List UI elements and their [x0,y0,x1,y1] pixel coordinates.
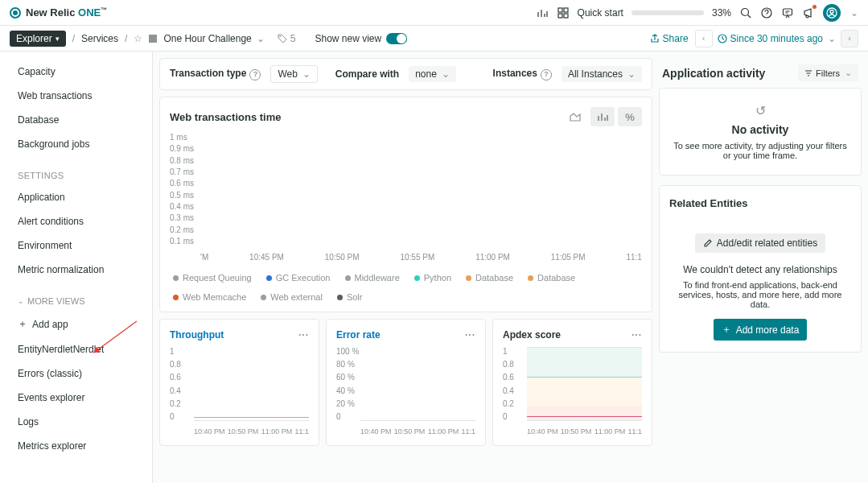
legend-item[interactable]: Solr [337,292,363,302]
chart-view-icon[interactable] [536,6,549,19]
web-transactions-time-panel: Web transactions time % 1 ms0.9 ms0.8 ms… [159,97,652,312]
panel-menu-button[interactable]: ··· [465,329,475,341]
panel-menu-button[interactable]: ··· [298,329,309,341]
main-chart[interactable]: 1 ms0.9 ms0.8 ms0.7 ms0.6 ms0.5 ms0.4 ms… [170,133,642,262]
time-nav: ‹ Since 30 minutes ago⌄ › [695,30,858,47]
apps-grid-icon[interactable] [557,6,570,19]
filters-button[interactable]: Filters⌄ [798,64,858,81]
legend-item[interactable]: Middleware [345,273,400,283]
bar-view-button[interactable] [590,107,615,126]
svg-point-5 [762,8,771,18]
toggle-switch[interactable] [386,33,407,44]
panel-menu-button[interactable]: ··· [631,329,642,341]
show-new-view-toggle[interactable]: Show new view [315,33,407,44]
sidebar-more-item-4[interactable]: Metrics explorer [0,434,152,458]
no-activity-text: To see more activity, try adjusting your… [669,141,851,160]
sidebar-item-1[interactable]: Web transactions [0,84,152,108]
compare-with-select[interactable]: none⌄ [409,66,456,82]
tag-count[interactable]: 5 [278,33,296,44]
breadcrumb-entity[interactable]: One Hour Challenge⌄ [163,33,264,44]
user-avatar[interactable] [823,4,841,22]
sidebar-settings-item-3[interactable]: Metric normalization [0,258,152,282]
breadcrumb-sep: / [72,33,75,44]
add-edit-entities-button[interactable]: Add/edit related entities [695,233,825,253]
breadcrumb-services[interactable]: Services [81,33,118,44]
sidebar-more-item-3[interactable]: Logs [0,410,152,434]
plus-icon: ＋ [18,317,27,331]
sidebar-more-item-1[interactable]: Errors (classic) [0,361,152,386]
brand[interactable]: New Relic ONE™ [10,6,107,19]
time-range-picker[interactable]: Since 30 minutes ago⌄ [718,33,836,44]
legend-item[interactable]: Web external [261,292,323,302]
main-content: Transaction type? Web⌄ Compare with none… [153,52,659,483]
time-next-button[interactable]: › [841,30,858,47]
quick-start-label[interactable]: Quick start [578,7,623,19]
sidebar-more-item-2[interactable]: Events explorer [0,386,152,410]
app-activity-title: Application activity [662,67,765,80]
subheader-right: Share ‹ Since 30 minutes ago⌄ › [650,30,858,47]
related-entities-card: Related Entities Add/edit related entiti… [659,185,862,353]
breadcrumb: Explorer▾ / Services / ☆ One Hour Challe… [10,31,407,47]
feedback-icon[interactable] [781,6,794,19]
legend-item[interactable]: GC Execution [266,273,331,283]
help-icon[interactable]: ? [249,69,261,80]
percent-view-button[interactable]: % [618,107,642,126]
sidebar-settings-item-2[interactable]: Environment [0,233,152,258]
quick-start-pct: 33% [712,7,731,19]
explorer-button[interactable]: Explorer▾ [10,31,66,47]
area-view-button[interactable] [563,107,587,126]
svg-rect-6 [784,9,792,15]
svg-rect-0 [558,8,562,12]
no-activity-title: No activity [669,123,851,136]
throughput-panel: Throughput··· 10.80.60.40.20 10:40 PM10:… [159,319,319,446]
help-icon[interactable]: ? [541,69,552,80]
topbar: New Relic ONE™ Quick start 33% ⌄ [0,0,868,26]
apdex-chart[interactable]: 10.80.60.40.20 10:40 PM10:50 PM11:00 PM1… [503,347,642,436]
legend-item[interactable]: Python [414,273,451,283]
transaction-type-select[interactable]: Web⌄ [270,65,317,83]
legend-item[interactable]: Web Memcache [173,292,246,302]
entity-status-icon [149,35,157,43]
search-icon[interactable] [739,6,752,19]
svg-point-8 [279,35,280,36]
svg-rect-2 [558,14,562,18]
y-axis-labels: 1 ms0.9 ms0.8 ms0.7 ms0.6 ms0.5 ms0.4 ms… [170,133,200,246]
share-button[interactable]: Share [650,33,689,44]
time-prev-button[interactable]: ‹ [695,30,713,47]
panel-title[interactable]: Error rate [336,329,381,341]
error-rate-chart[interactable]: 100 %80 %60 %40 %20 %0 10:40 PM10:50 PM1… [336,347,475,436]
user-menu-chevron-icon[interactable]: ⌄ [850,7,858,19]
legend-item[interactable]: Database [528,273,575,283]
add-app-button[interactable]: ＋Add app [0,311,152,337]
help-icon[interactable] [760,6,773,19]
no-activity-card: ↺ No activity To see more activity, try … [659,88,862,175]
sidebar-more-views[interactable]: ⌄MORE VIEWS [0,282,152,311]
instances-select[interactable]: All Instances⌄ [562,66,642,82]
announcements-icon[interactable] [802,6,815,19]
brand-text: New Relic ONE™ [26,6,107,19]
x-axis-labels: 'M10:45 PM10:50 PM10:55 PM11:00 PM11:05 … [200,253,642,262]
throughput-chart[interactable]: 10.80.60.40.20 10:40 PM10:50 PM11:00 PM1… [170,347,309,436]
panel-title: Web transactions time [170,111,281,123]
sidebar-settings-item-0[interactable]: Application [0,185,152,209]
sidebar-settings-item-1[interactable]: Alert conditions [0,209,152,233]
legend-item[interactable]: Database [466,273,513,283]
brand-logo-icon [10,7,21,19]
favorite-star-icon[interactable]: ☆ [134,33,142,44]
legend-item[interactable]: Request Queuing [173,273,252,283]
chart-view-toggle: % [563,107,642,126]
breadcrumb-sep: / [125,33,127,44]
sidebar-more-item-0[interactable]: EntityNerdletNerdlet [0,337,152,361]
svg-rect-3 [564,14,568,18]
panel-title[interactable]: Throughput [170,329,224,341]
add-more-data-button[interactable]: ＋Add more data [714,319,808,341]
sidebar-item-2[interactable]: Database [0,108,152,132]
svg-rect-1 [564,8,568,12]
no-relationships-sub: To find front-end applications, back-end… [669,280,851,309]
chart-area [200,133,642,246]
mini-panels-row: Throughput··· 10.80.60.40.20 10:40 PM10:… [159,319,652,446]
error-rate-panel: Error rate··· 100 %80 %60 %40 %20 %0 10:… [326,319,486,446]
undo-icon: ↺ [669,103,851,118]
sidebar-item-3[interactable]: Background jobs [0,132,152,156]
sidebar-item-0[interactable]: Capacity [0,60,152,84]
